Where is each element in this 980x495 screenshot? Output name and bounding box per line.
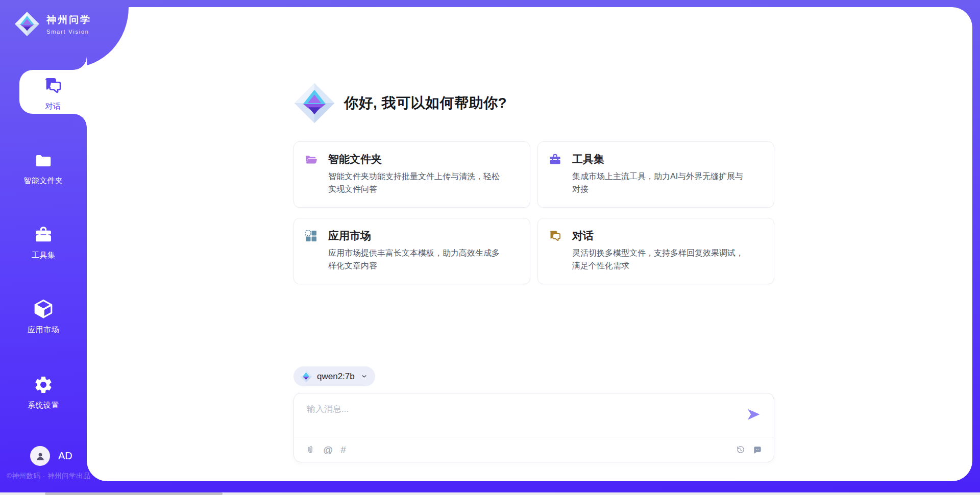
gear-icon	[33, 375, 54, 395]
person-icon	[34, 450, 46, 462]
user-initials: AD	[58, 450, 72, 462]
folder-icon	[34, 151, 53, 170]
card-description: 集成市场上主流工具，助力AI与外界无缝扩展与对接	[572, 170, 749, 195]
topic-button[interactable]: #	[340, 445, 346, 455]
history-icon	[736, 445, 746, 455]
card-title: 应用市场	[328, 229, 371, 243]
sidebar-item-toolset[interactable]: 工具集	[0, 225, 87, 260]
feature-cards: 智能文件夹 智能文件夹功能支持批量文件上传与清洗，轻松实现文件问答 工具集	[293, 141, 774, 284]
avatar	[30, 446, 50, 466]
model-name: qwen2:7b	[317, 372, 355, 382]
greeting-diamond-logo-icon	[293, 81, 335, 125]
toolbox-icon	[548, 153, 562, 166]
hash-icon: #	[340, 445, 346, 455]
sidebar-item-settings[interactable]: 系统设置	[0, 375, 87, 410]
sidebar-item-label: 应用市场	[28, 325, 59, 335]
user-profile[interactable]: AD	[30, 446, 72, 466]
content-layer: 你好, 我可以如何帮助你? 智能文件夹 智能文件夹功能支持批量文件上传与清洗，轻…	[87, 7, 972, 481]
card-description: 智能文件夹功能支持批量文件上传与清洗，轻松实现文件问答	[328, 170, 505, 195]
message-input[interactable]	[294, 393, 733, 434]
paperclip-icon	[305, 445, 315, 455]
sidebar-item-app-market[interactable]: 应用市场	[0, 298, 87, 335]
app-grid-icon	[304, 229, 318, 243]
sidebar-item-label: 系统设置	[28, 401, 59, 410]
card-app-market[interactable]: 应用市场 应用市场提供丰富长文本模板，助力高效生成多样化文章内容	[293, 218, 530, 284]
card-title: 对话	[572, 229, 594, 243]
card-description: 灵活切换多模型文件，支持多样回复效果调试，满足个性化需求	[572, 246, 749, 272]
card-chat[interactable]: 对话 灵活切换多模型文件，支持多样回复效果调试，满足个性化需求	[537, 218, 774, 284]
brand-name: 神州问学	[46, 13, 91, 27]
attach-button[interactable]	[305, 445, 315, 455]
card-smart-folder[interactable]: 智能文件夹 智能文件夹功能支持批量文件上传与清洗，轻松实现文件问答	[293, 141, 530, 208]
at-icon: @	[323, 445, 333, 455]
chat-icon	[43, 76, 63, 96]
chevron-down-icon	[360, 373, 368, 380]
horizontal-scrollbar	[0, 492, 980, 495]
composer-toolbar: @ #	[294, 437, 774, 462]
cube-icon	[33, 298, 54, 319]
scrollbar-thumb[interactable]	[45, 492, 223, 495]
sidebar-item-label: 智能文件夹	[23, 176, 63, 186]
sidebar-item-label: 工具集	[32, 251, 56, 260]
send-button[interactable]	[746, 407, 761, 422]
send-icon	[746, 407, 761, 422]
toolbox-icon	[33, 225, 54, 245]
tab-fillet-top	[74, 57, 87, 70]
greeting-row: 你好, 我可以如何帮助你?	[293, 81, 507, 125]
brand-diamond-logo-icon	[14, 11, 40, 37]
chat-icon	[548, 229, 562, 243]
sidebar-item-smart-folder[interactable]: 智能文件夹	[0, 151, 87, 186]
mention-button[interactable]: @	[323, 445, 333, 455]
brand-subtitle: Smart Vision	[46, 29, 91, 35]
feedback-button[interactable]	[752, 445, 763, 455]
tab-fillet-bottom	[74, 114, 87, 127]
message-composer: @ #	[293, 393, 774, 462]
greeting-text: 你好, 我可以如何帮助你?	[344, 93, 507, 113]
sidebar-item-label: 对话	[45, 102, 61, 111]
card-toolset[interactable]: 工具集 集成市场上主流工具，助力AI与外界无缝扩展与对接	[537, 141, 774, 208]
chat-bubble-icon	[752, 445, 763, 455]
card-title: 智能文件夹	[328, 152, 382, 166]
folder-open-icon	[304, 153, 318, 166]
sidebar-item-chat[interactable]: 对话	[19, 76, 87, 111]
model-selector[interactable]: qwen2:7b	[293, 366, 375, 386]
sidebar-footer-copyright: ©神州数码 · 神州问学出品	[7, 472, 90, 481]
card-title: 工具集	[572, 152, 604, 166]
history-button[interactable]	[736, 445, 746, 455]
model-diamond-logo-icon	[300, 370, 312, 383]
card-description: 应用市场提供丰富长文本模板，助力高效生成多样化文章内容	[328, 246, 505, 272]
app-root: 神州问学 Smart Vision 对话 智能文件夹	[0, 0, 980, 495]
